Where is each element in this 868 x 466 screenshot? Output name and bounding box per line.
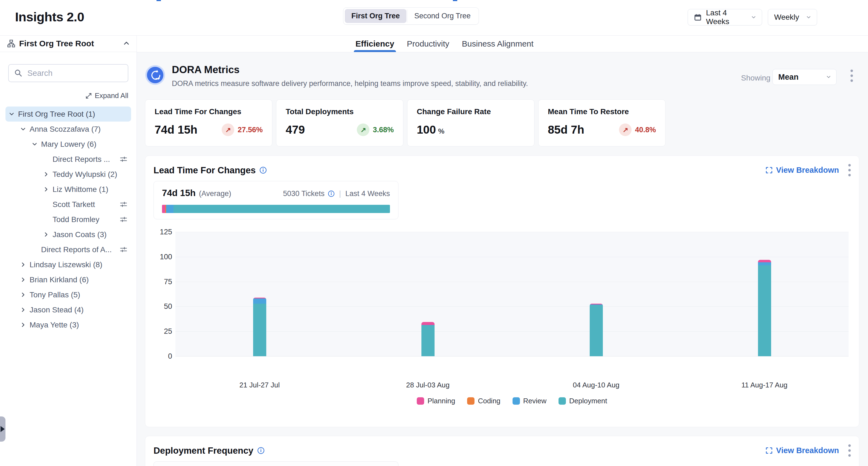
metric-card-mean-time-to-restore: Mean Time To Restore 85d 7h ↗ 40.8%: [538, 99, 665, 146]
sliders-icon[interactable]: [120, 155, 127, 163]
chevron-right-icon[interactable]: [18, 260, 28, 270]
info-icon[interactable]: [328, 190, 335, 197]
tree-item-first-org-tree-root-1[interactable]: First Org Tree Root (1): [5, 107, 131, 122]
x-tick-label: 11 Aug-17 Aug: [741, 381, 787, 389]
metric-card-title: Change Failure Rate: [417, 107, 525, 116]
granularity-dropdown[interactable]: Weekly: [768, 9, 817, 26]
bar-segment-deployment: [590, 305, 603, 356]
search-input[interactable]: [27, 68, 122, 78]
stacked-bar-11-aug-17-aug[interactable]: [758, 260, 771, 356]
delta-value: 40.8%: [635, 126, 656, 134]
tree-item-jason-coats-3[interactable]: Jason Coats (3): [5, 227, 131, 242]
date-range-value: Last 4 Weeks: [706, 8, 747, 26]
chevron-down-icon: [827, 75, 831, 79]
bar-segment-deployment: [253, 303, 266, 356]
legend-label: Coding: [478, 397, 500, 405]
tab-productivity[interactable]: Productivity: [407, 35, 449, 52]
metric-card-lead-time-for-changes: Lead Time For Changes 74d 15h ↗ 27.56%: [145, 99, 272, 146]
tree-item-teddy-wylupski-2[interactable]: Teddy Wylupski (2): [5, 167, 131, 182]
lead-time-chart: [176, 232, 848, 356]
sidebar-root-label: First Org Tree Root: [19, 39, 120, 48]
dora-kebab-menu[interactable]: [850, 69, 853, 82]
tree-item-jason-stead-4[interactable]: Jason Stead (4): [5, 302, 131, 317]
dora-metrics-description: DORA metrics measure software delivery p…: [172, 79, 528, 88]
deployment-frequency-summary-card: [154, 461, 398, 466]
sliders-icon[interactable]: [120, 246, 127, 253]
deployment-frequency-kebab-menu[interactable]: [848, 444, 851, 457]
chevron-right-icon[interactable]: [18, 305, 28, 315]
stacked-bar-21-jul-27-jul[interactable]: [253, 298, 266, 356]
bar-segment-review: [253, 298, 266, 303]
sliders-icon[interactable]: [120, 216, 127, 223]
tree-item-tony-pallas-5[interactable]: Tony Pallas (5): [5, 287, 131, 302]
chevron-right-icon[interactable]: [18, 290, 28, 300]
legend-item-deployment[interactable]: Deployment: [559, 397, 607, 405]
tree-item-label: Scott Tarkett: [53, 200, 95, 209]
sidebar-header[interactable]: First Org Tree Root: [0, 35, 136, 52]
view-breakdown-button[interactable]: View Breakdown: [765, 446, 839, 455]
stacked-bar-28-jul-03-aug[interactable]: [422, 322, 435, 356]
delta-value: 27.56%: [238, 126, 263, 134]
metric-card-title: Total Deployments: [286, 107, 394, 116]
chevron-right-icon[interactable]: [41, 170, 51, 179]
tree-item-label: Brian Kirkland (6): [30, 275, 89, 284]
expand-arrow-icon: [1, 426, 5, 432]
expand-all-button[interactable]: Expand All: [8, 91, 128, 100]
chevron-down-icon[interactable]: [30, 139, 39, 149]
toggle-first-org-tree[interactable]: First Org Tree: [345, 9, 406, 23]
tree-item-lindsay-liszewski-8[interactable]: Lindsay Liszewski (8): [5, 257, 131, 272]
tree-item-label: Lindsay Liszewski (8): [30, 260, 102, 269]
y-tick-label: 25: [164, 327, 172, 336]
sliders-icon[interactable]: [120, 201, 127, 208]
tree-item-scott-tarkett[interactable]: Scott Tarkett: [5, 197, 131, 212]
tree-item-direct-reports[interactable]: Direct Reports ...: [5, 152, 131, 167]
tree-item-brian-kirkland-6[interactable]: Brian Kirkland (6): [5, 272, 131, 287]
delta-badge: ↗ 27.56%: [222, 123, 263, 136]
y-tick-label: 75: [164, 278, 172, 286]
tree-item-direct-reports-of-a[interactable]: Direct Reports of A...: [5, 242, 131, 257]
x-tick-label: 28 Jul-03 Aug: [406, 381, 450, 389]
view-breakdown-button[interactable]: View Breakdown: [765, 166, 839, 175]
sidebar-expand-handle[interactable]: [0, 416, 5, 442]
tab-business-alignment[interactable]: Business Alignment: [462, 35, 534, 52]
chevron-right-icon[interactable]: [41, 184, 51, 195]
lead-time-kebab-menu[interactable]: [848, 164, 851, 176]
sidebar-search: [8, 64, 128, 82]
stacked-bar-04-aug-10-aug[interactable]: [590, 303, 603, 356]
showing-mean-dropdown[interactable]: Mean: [773, 69, 837, 85]
tree-item-maya-yette-3[interactable]: Maya Yette (3): [5, 317, 131, 332]
tab-efficiency[interactable]: Efficiency: [355, 35, 394, 52]
chevron-right-icon[interactable]: [41, 230, 51, 239]
info-icon[interactable]: [257, 447, 265, 454]
view-breakdown-label: View Breakdown: [776, 166, 839, 175]
deployment-frequency-title: Deployment Frequency: [154, 445, 253, 456]
tree-item-liz-whittome-1[interactable]: Liz Whittome (1): [5, 182, 131, 197]
metric-card-change-failure-rate: Change Failure Rate 100%: [407, 99, 534, 146]
chevron-right-icon[interactable]: [18, 320, 28, 330]
chevron-spacer: [41, 215, 51, 225]
lead-time-section: Lead Time For Changes View Breakdown: [145, 155, 859, 427]
info-icon[interactable]: [259, 167, 267, 174]
trend-up-arrow-icon: ↗: [619, 123, 631, 136]
y-tick-label: 50: [164, 302, 172, 311]
legend-item-planning[interactable]: Planning: [417, 397, 455, 405]
collapse-sidebar-icon[interactable]: [123, 40, 129, 47]
main-content: DORA Metrics DORA metrics measure softwa…: [137, 52, 868, 466]
tree-item-anna-scozzafava-7[interactable]: Anna Scozzafava (7): [5, 122, 131, 137]
legend-item-coding[interactable]: Coding: [467, 397, 500, 405]
tree-item-todd-bromley[interactable]: Todd Bromley: [5, 212, 131, 227]
metric-card-value: 100%: [417, 123, 444, 136]
metric-cards-row: Lead Time For Changes 74d 15h ↗ 27.56%To…: [145, 99, 665, 146]
chevron-down-icon[interactable]: [18, 124, 28, 134]
toggle-second-org-tree[interactable]: Second Org Tree: [408, 9, 477, 23]
tree-item-label: Direct Reports of A...: [41, 245, 112, 254]
expand-all-icon: [85, 92, 92, 99]
chevron-down-icon[interactable]: [6, 109, 17, 119]
trend-up-arrow-icon: ↗: [357, 123, 369, 136]
date-range-dropdown[interactable]: Last 4 Weeks: [688, 9, 762, 26]
chevron-right-icon[interactable]: [18, 275, 28, 285]
tree-item-label: Teddy Wylupski (2): [53, 170, 117, 179]
tree-item-mary-lowery-6[interactable]: Mary Lowery (6): [5, 137, 131, 152]
legend-item-review[interactable]: Review: [513, 397, 547, 405]
tree-item-label: Mary Lowery (6): [41, 140, 96, 149]
